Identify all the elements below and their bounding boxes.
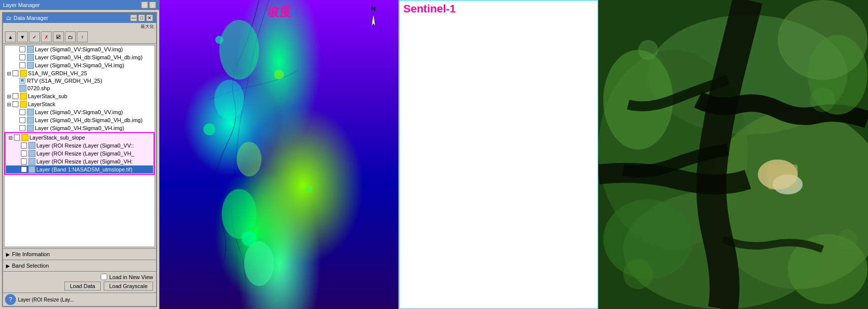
list-item[interactable]: R RTV (S1A_IW_GRDH_VH_25) [4, 77, 155, 84]
svg-point-26 [810, 87, 835, 112]
load-data-button[interactable]: Load Data [64, 282, 101, 291]
checkbox[interactable] [21, 166, 27, 172]
dm-toolbar: ▲ ▼ ✓ ✗ 🗹 🗀 ↑ [3, 30, 156, 44]
list-item[interactable]: Layer (ROI Resize (Layer (Sigma0_VV:: [6, 142, 153, 150]
layer-icon [27, 125, 34, 132]
expand-icon: ⊟ [5, 102, 12, 107]
list-item[interactable]: Layer (Sigma0_VV:Sigma0_VV.img) [4, 45, 155, 53]
list-item[interactable]: Layer (ROI Resize (Layer (Sigma0_VH: [6, 157, 153, 165]
checkbox[interactable] [19, 62, 25, 68]
checkbox[interactable] [12, 70, 18, 76]
minimize-icon[interactable]: ─ [141, 1, 148, 8]
folder-btn[interactable]: 🗀 [65, 31, 76, 42]
dm-close-btn[interactable]: ✕ [146, 14, 153, 21]
delete-btn[interactable]: ✗ [41, 31, 52, 42]
checkbox[interactable] [14, 135, 20, 141]
svg-point-24 [778, 0, 868, 80]
layer-icon [28, 150, 35, 157]
file-info-header[interactable]: ▶ File Information [6, 250, 153, 258]
sentinel-satellite-svg [598, 0, 868, 309]
checkbox[interactable] [19, 54, 25, 60]
checkbox[interactable] [21, 158, 27, 164]
list-item[interactable]: Layer (ROI Resize (Layer (Sigma0_VH_ [6, 150, 153, 157]
svg-point-2 [237, 142, 262, 176]
maximize-label: 最大化 [3, 23, 156, 30]
list-item[interactable]: Layer (Sigma0_VH_db:Sigma0_VH_db.img) [4, 53, 155, 61]
up-btn[interactable]: ▲ [5, 31, 16, 42]
file-info-section: ▶ File Information [3, 248, 156, 260]
checkbox[interactable] [19, 117, 25, 123]
slope-map-panel: 坡度 N [160, 0, 399, 309]
layer-label: Layer (Sigma0_VH_db:Sigma0_VH_db.img) [35, 54, 143, 60]
collapse-arrow-icon: ▶ [6, 252, 10, 257]
data-manager-title: Data Manager [13, 15, 48, 21]
list-item[interactable]: Layer (Band 1:NASADSM_utmslope.tif) [6, 165, 153, 173]
sentinel-map-bg [598, 0, 868, 309]
expand-icon: ⊟ [5, 71, 12, 76]
list-item[interactable]: ⊟ LayerStack_sub [4, 92, 155, 100]
list-item[interactable]: 0720.shp [4, 84, 155, 92]
layer-icon [27, 62, 34, 69]
blank-sentinel-panel: Sentinel-1 [399, 0, 598, 309]
layer-icon [28, 166, 35, 173]
list-item[interactable]: Layer (Sigma0_VH:Sigma0_VH.img) [4, 124, 155, 132]
list-item[interactable]: Layer (Sigma0_VH_db:Sigma0_VH_db.img) [4, 116, 155, 124]
band-selection-header[interactable]: ▶ Band Selection [6, 262, 153, 270]
slope-map-svg [160, 0, 398, 309]
layer-manager-titlebar: Layer Manager ─ ↕ [0, 0, 159, 10]
checkbox[interactable] [21, 151, 27, 156]
svg-point-27 [623, 259, 653, 289]
load-up-btn[interactable]: ↑ [77, 31, 88, 42]
layer-label: Layer (ROI Resize (Layer (Sigma0_VH: [36, 158, 133, 164]
group-label: LayerStack_sub_slope [29, 135, 85, 141]
folder-icon [20, 93, 27, 100]
list-item[interactable]: ⊟ S1A_IW_GRDH_VH_25 [4, 69, 155, 77]
checkbox[interactable] [12, 101, 18, 107]
sentinel-map-panel [598, 0, 868, 309]
sentinel-label-blank: Sentinel-1 [403, 2, 456, 15]
down-btn[interactable]: ▼ [17, 31, 28, 42]
title-controls: ─ ↕ [141, 1, 156, 8]
load-new-view-checkbox[interactable] [101, 274, 107, 280]
checkbox[interactable] [19, 46, 25, 52]
layer-label: Layer (ROI Resize (Layer (Sigma0_VH_ [36, 151, 134, 156]
layer-icon [27, 54, 34, 61]
load-new-view-row: Load in New View [101, 274, 153, 280]
svg-rect-19 [768, 164, 798, 189]
list-item[interactable]: Layer (Sigma0_VH:Sigma0_VH.img) [4, 61, 155, 69]
layer-icon [27, 46, 34, 53]
list-item[interactable]: ⊟ LayerStack_sub_slope [6, 134, 153, 142]
layer-label: Layer (Sigma0_VH:Sigma0_VH.img) [35, 62, 124, 68]
restore-icon[interactable]: ↕ [149, 1, 156, 8]
layer-icon [19, 85, 26, 92]
layer-label: Layer (ROI Resize (Layer (Sigma0_VV:: [36, 143, 134, 149]
help-button[interactable]: ? [5, 294, 16, 305]
expand-icon: ⊟ [5, 94, 12, 99]
rtv-icon: R [19, 78, 25, 84]
load-grayscale-button[interactable]: Load Grayscale [104, 282, 153, 291]
check-btn[interactable]: ✓ [29, 31, 40, 42]
data-manager-titlebar: 🗂 Data Manager — □ ✕ [3, 13, 156, 23]
folder-icon [20, 70, 27, 77]
collapse-arrow-icon2: ▶ [6, 263, 10, 269]
highlighted-group: ⊟ LayerStack_sub_slope Layer (ROI Resize… [4, 132, 155, 175]
dm-minimize-btn[interactable]: — [130, 14, 137, 21]
north-arrow-svg [368, 12, 378, 27]
list-item[interactable]: Layer (Sigma0_VV:Sigma0_VV.img) [4, 108, 155, 116]
checkbox[interactable] [19, 125, 25, 131]
layer-label: Layer (Sigma0_VH:Sigma0_VH.img) [35, 125, 124, 131]
checkbox[interactable] [21, 143, 27, 149]
list-item[interactable]: ⊟ LayerStack [4, 100, 155, 108]
checkbox[interactable] [19, 109, 25, 115]
load-new-view-label: Load in New View [109, 274, 153, 280]
svg-point-3 [222, 189, 257, 239]
layer-label: Layer (Sigma0_VV:Sigma0_VV.img) [35, 46, 123, 52]
expand-icon: ⊟ [7, 135, 14, 141]
north-label: N [371, 5, 375, 12]
layer-tree[interactable]: Layer (Sigma0_VV:Sigma0_VV.img) Layer (S… [4, 45, 155, 247]
checkbox[interactable] [12, 93, 18, 99]
dm-restore-btn[interactable]: □ [138, 14, 145, 21]
dm-controls: — □ ✕ [130, 14, 153, 21]
new-btn[interactable]: 🗹 [53, 31, 64, 42]
map-container: 坡度 N Sentinel-1 [160, 0, 868, 309]
